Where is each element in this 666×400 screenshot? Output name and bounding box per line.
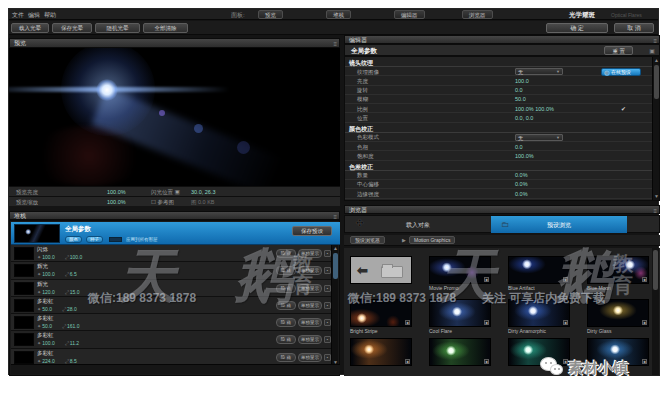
preset-thumbnail[interactable]: ◆Dirty Glass bbox=[587, 299, 649, 334]
reference-image-checkbox[interactable]: ☐ 参考图 bbox=[151, 199, 174, 206]
hide-button[interactable]: 隐 藏 bbox=[276, 284, 296, 293]
parameter-value[interactable]: 100.0% 100.0% bbox=[515, 106, 554, 112]
parameter-value[interactable]: 0.0% bbox=[515, 172, 528, 178]
solo-button[interactable]: 单独显示 bbox=[298, 353, 322, 362]
solo-button[interactable]: 单独显示 bbox=[298, 266, 322, 275]
menu-item-1[interactable]: 编辑 bbox=[28, 11, 40, 20]
brightness-value[interactable]: 224.0 bbox=[42, 358, 55, 364]
row-options-toggle[interactable]: ▪ bbox=[324, 354, 331, 361]
scale-value[interactable]: 11.2 bbox=[70, 340, 79, 346]
stack-row[interactable]: 多彩虹✦50.0⤢28.0隐 藏单独显示▪ bbox=[11, 297, 333, 314]
preset-thumbnail[interactable]: ◆Cool Flare bbox=[429, 299, 491, 334]
brightness-value[interactable]: 100.0 bbox=[42, 254, 55, 260]
menu-item-2[interactable]: 帮助 bbox=[44, 11, 56, 20]
preset-thumbnail[interactable]: ◆Bright Stripe bbox=[350, 299, 412, 334]
scale-value[interactable]: 15.0 bbox=[70, 289, 80, 295]
menu-item-0[interactable]: 文件 bbox=[12, 11, 24, 20]
preset-thumbnail[interactable]: ◆Blue Artifact bbox=[508, 256, 570, 291]
preset-badge-icon: ◆ bbox=[405, 320, 410, 325]
parameter-value[interactable]: 100.0% bbox=[515, 153, 534, 159]
hide-button[interactable]: 隐 藏 bbox=[276, 335, 296, 344]
online-presets-button[interactable]: 在线预设◍ bbox=[601, 68, 641, 76]
scale-value[interactable]: 6.5 bbox=[70, 271, 77, 277]
row-options-toggle[interactable]: ▪ bbox=[324, 302, 331, 309]
brightness-value[interactable]: 100.0 bbox=[42, 340, 55, 346]
global-seed-pill[interactable]: 种子 bbox=[86, 236, 103, 243]
stack-row[interactable]: 多彩虹✦100.0⤢11.2隐 藏单独显示▪ bbox=[11, 331, 333, 348]
panel-menu-icon[interactable]: ≡ bbox=[333, 40, 337, 48]
stack-row[interactable]: 多彩虹✦50.0⤢161.0隐 藏单独显示▪ bbox=[11, 314, 333, 331]
preset-thumbnail[interactable]: ◆Blue Moon bbox=[587, 256, 649, 291]
preset-thumbnail[interactable]: ◆ bbox=[429, 338, 491, 367]
toolbar-button-1[interactable]: 保存光晕 bbox=[52, 23, 92, 33]
solo-button[interactable]: 单独显示 bbox=[298, 301, 322, 310]
stack-global-parameters-row[interactable]: 全局参数 颜色 种子 应用到所有图层 保存预设 bbox=[11, 222, 340, 245]
stack-scrollbar[interactable]: ▲ ▼ bbox=[331, 245, 338, 366]
breadcrumb-folder[interactable]: Motion Graphics bbox=[409, 236, 455, 244]
hide-button[interactable]: 隐 藏 bbox=[276, 318, 296, 327]
parameter-value[interactable]: 0.0% bbox=[515, 181, 528, 187]
row-options-toggle[interactable]: ▪ bbox=[324, 267, 331, 274]
editor-scrollbar-thumb[interactable] bbox=[654, 65, 659, 99]
parameter-value[interactable]: 0.0 bbox=[515, 87, 523, 93]
scroll-up-icon[interactable]: ▲ bbox=[653, 57, 660, 64]
row-options-toggle[interactable]: ▪ bbox=[324, 285, 331, 292]
link-check-icon[interactable]: ✔ bbox=[621, 105, 626, 112]
solo-button[interactable]: 单独显示 bbox=[298, 335, 322, 344]
parameter-dropdown[interactable]: 无▼ bbox=[515, 68, 563, 75]
scroll-down-icon[interactable]: ▼ bbox=[653, 193, 660, 200]
preview-scale-value[interactable]: 100.0% bbox=[107, 199, 126, 205]
folder-back-cell[interactable]: ⬅ bbox=[350, 256, 412, 285]
solo-button[interactable]: 单独显示 bbox=[298, 284, 322, 293]
global-color-swatch[interactable] bbox=[109, 237, 122, 242]
row-options-toggle[interactable]: ▪ bbox=[324, 319, 331, 326]
tab-preset-browser[interactable]: 🗀 预设浏览 bbox=[491, 216, 627, 233]
panel-menu-icon[interactable]: ▣ bbox=[649, 47, 655, 54]
hide-button[interactable]: 隐 藏 bbox=[276, 249, 296, 258]
preset-thumbnail[interactable]: ◆ bbox=[350, 338, 412, 367]
brightness-value[interactable]: 50.0 bbox=[42, 323, 52, 329]
hide-button[interactable]: 隐 藏 bbox=[276, 353, 296, 362]
scroll-up-icon[interactable]: ▲ bbox=[332, 245, 339, 252]
top-tab-0[interactable]: 预览 bbox=[258, 10, 283, 19]
tab-load-objects[interactable]: ✣ 载入对象 bbox=[346, 216, 490, 233]
scale-value[interactable]: 161.0 bbox=[67, 323, 80, 329]
stack-row[interactable]: 辉光✦120.0⤢15.0隐 藏单独显示▪ bbox=[11, 280, 333, 297]
brightness-value[interactable]: 100.0 bbox=[42, 271, 55, 277]
scale-value[interactable]: 100.0 bbox=[70, 254, 83, 260]
row-options-toggle[interactable]: ▪ bbox=[324, 336, 331, 343]
global-color-pill[interactable]: 颜色 bbox=[65, 236, 82, 243]
flare-position-value[interactable]: 30.0, 26.3 bbox=[191, 189, 215, 195]
preview-brightness-value[interactable]: 100.0% bbox=[107, 189, 126, 195]
hide-button[interactable]: 隐 藏 bbox=[276, 301, 296, 310]
scale-value[interactable]: 28.0 bbox=[67, 306, 77, 312]
scale-value[interactable]: 8.5 bbox=[70, 358, 77, 364]
stack-scrollbar-thumb[interactable] bbox=[333, 253, 338, 279]
solo-button[interactable]: 单独显示 bbox=[298, 249, 322, 258]
parameter-value[interactable]: 100.0 bbox=[515, 78, 529, 84]
preset-thumbnail[interactable]: ◆Dirty Anamorphic bbox=[508, 299, 570, 334]
preset-thumbnail[interactable]: ◆Movie Promo bbox=[429, 256, 491, 291]
panel-menu-icon[interactable]: ≡ bbox=[653, 207, 657, 215]
stack-row[interactable]: 辉光✦100.0⤢6.5隐 藏单独显示▪ bbox=[11, 262, 333, 279]
row-options-toggle[interactable]: ▪ bbox=[324, 250, 331, 257]
brightness-value[interactable]: 50.0 bbox=[42, 306, 52, 312]
breadcrumb-root[interactable]: 预设浏览器 bbox=[350, 236, 385, 244]
solo-button[interactable]: 单独显示 bbox=[298, 318, 322, 327]
save-preset-button[interactable]: 保存预设 bbox=[292, 226, 332, 236]
parameter-value[interactable]: 0.0, 0.0 bbox=[515, 115, 533, 121]
brightness-value[interactable]: 120.0 bbox=[42, 289, 55, 295]
browser-scrollbar-thumb[interactable] bbox=[653, 250, 658, 290]
toolbar-button-0[interactable]: 载入光晕 bbox=[11, 23, 49, 33]
parameter-value[interactable]: 0.0% bbox=[515, 191, 528, 197]
hide-button[interactable]: 隐 藏 bbox=[276, 266, 296, 275]
parameter-value[interactable]: 50.0 bbox=[515, 96, 526, 102]
toolbar-button-2[interactable]: 随机光晕 bbox=[95, 23, 140, 33]
parameter-dropdown[interactable]: 无▼ bbox=[515, 134, 563, 141]
reset-button[interactable]: 重 置 bbox=[604, 46, 633, 55]
stack-row[interactable]: 闪烁✦100.0⤢100.0隐 藏单独显示▪ bbox=[11, 245, 333, 262]
editor-scrollbar[interactable]: ▲ ▼ bbox=[652, 57, 659, 200]
preview-viewport[interactable] bbox=[9, 48, 340, 186]
toolbar-button-3[interactable]: 全部清除 bbox=[143, 23, 188, 33]
parameter-value[interactable]: 0.0 bbox=[515, 144, 523, 150]
